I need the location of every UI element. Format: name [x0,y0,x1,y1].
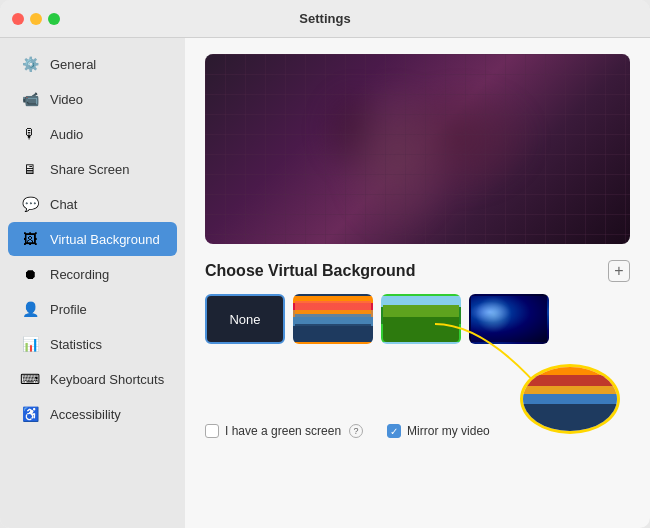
info-icon[interactable]: ? [349,424,363,438]
zoom-preview [520,364,620,434]
mirror-video-option[interactable]: ✓ Mirror my video [387,424,490,438]
profile-icon: 👤 [20,299,40,319]
sidebar-item-virtual-background[interactable]: 🖼 Virtual Background [8,222,177,256]
sidebar-item-audio[interactable]: 🎙 Audio [8,117,177,151]
audio-icon: 🎙 [20,124,40,144]
settings-window: Settings ⚙️ General 📹 Video 🎙 Audio 🖥 Sh… [0,0,650,528]
sidebar: ⚙️ General 📹 Video 🎙 Audio 🖥 Share Scree… [0,38,185,528]
traffic-lights [12,13,60,25]
sidebar-label-general: General [50,57,96,72]
sidebar-item-general[interactable]: ⚙️ General [8,47,177,81]
add-background-button[interactable]: + [608,260,630,282]
sidebar-label-share-screen: Share Screen [50,162,130,177]
main-content: Choose Virtual Background + None [185,38,650,528]
zoom-inner-image [523,367,617,431]
close-button[interactable] [12,13,24,25]
video-icon: 📹 [20,89,40,109]
virtual-background-icon: 🖼 [20,229,40,249]
sidebar-label-audio: Audio [50,127,83,142]
statistics-icon: 📊 [20,334,40,354]
sidebar-label-chat: Chat [50,197,77,212]
sidebar-label-statistics: Statistics [50,337,102,352]
section-title: Choose Virtual Background [205,262,415,280]
sidebar-item-share-screen[interactable]: 🖥 Share Screen [8,152,177,186]
background-bridge[interactable] [293,294,373,344]
backgrounds-row: None [205,294,630,344]
video-preview [205,54,630,244]
keyboard-icon: ⌨ [20,369,40,389]
background-space[interactable] [469,294,549,344]
minimize-button[interactable] [30,13,42,25]
accessibility-icon: ♿ [20,404,40,424]
sidebar-item-accessibility[interactable]: ♿ Accessibility [8,397,177,431]
maximize-button[interactable] [48,13,60,25]
background-grass[interactable] [381,294,461,344]
content-area: ⚙️ General 📹 Video 🎙 Audio 🖥 Share Scree… [0,38,650,528]
section-header: Choose Virtual Background + [205,260,630,282]
background-none[interactable]: None [205,294,285,344]
mirror-video-checkbox[interactable]: ✓ [387,424,401,438]
green-screen-checkbox[interactable] [205,424,219,438]
sidebar-item-profile[interactable]: 👤 Profile [8,292,177,326]
sidebar-label-profile: Profile [50,302,87,317]
sidebar-label-keyboard-shortcuts: Keyboard Shortcuts [50,372,164,387]
green-screen-label: I have a green screen [225,424,341,438]
sidebar-label-virtual-background: Virtual Background [50,232,160,247]
recording-icon: ⏺ [20,264,40,284]
mirror-video-label: Mirror my video [407,424,490,438]
gear-icon: ⚙️ [20,54,40,74]
sidebar-item-keyboard-shortcuts[interactable]: ⌨ Keyboard Shortcuts [8,362,177,396]
background-none-label: None [229,312,260,327]
sidebar-item-recording[interactable]: ⏺ Recording [8,257,177,291]
sidebar-item-statistics[interactable]: 📊 Statistics [8,327,177,361]
pixelated-overlay [205,54,630,244]
chat-icon: 💬 [20,194,40,214]
sidebar-label-video: Video [50,92,83,107]
sidebar-label-recording: Recording [50,267,109,282]
backgrounds-wrapper: None [205,294,630,344]
sidebar-label-accessibility: Accessibility [50,407,121,422]
sidebar-item-video[interactable]: 📹 Video [8,82,177,116]
window-title: Settings [299,11,350,26]
sidebar-item-chat[interactable]: 💬 Chat [8,187,177,221]
share-icon: 🖥 [20,159,40,179]
title-bar: Settings [0,0,650,38]
green-screen-option[interactable]: I have a green screen ? [205,424,363,438]
